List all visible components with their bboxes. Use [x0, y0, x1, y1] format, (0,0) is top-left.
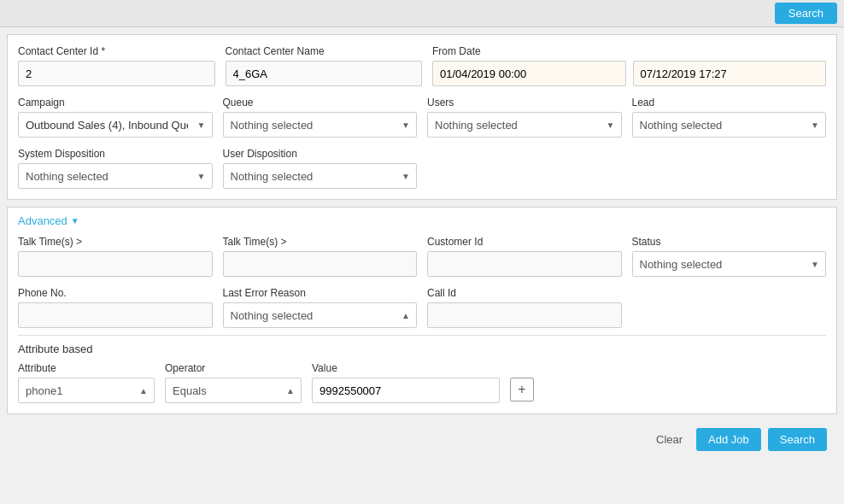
- user-disposition-select[interactable]: Nothing selected: [223, 163, 418, 189]
- from-date-input[interactable]: [432, 61, 626, 86]
- advanced-arrow-icon: ▼: [71, 216, 79, 226]
- talk-time-gt-input[interactable]: [18, 251, 213, 277]
- user-disposition-group: User Disposition Nothing selected: [223, 148, 418, 189]
- add-job-button[interactable]: Add Job: [696, 428, 761, 451]
- attribute-select-wrapper[interactable]: phone1: [18, 378, 155, 403]
- top-search-button[interactable]: Search: [775, 3, 837, 24]
- attribute-based-section: Attribute based Attribute phone1 Operato…: [18, 335, 826, 403]
- users-label: Users: [427, 97, 622, 108]
- to-date-input[interactable]: [633, 61, 827, 86]
- status-label: Status: [632, 236, 827, 248]
- call-id-group: Call Id: [427, 287, 622, 328]
- talk-time-gt-group: Talk Time(s) >: [18, 236, 213, 277]
- attribute-row: Attribute phone1 Operator Equals Value: [18, 362, 826, 403]
- users-select-wrapper[interactable]: Nothing selected: [427, 112, 622, 138]
- customer-id-input[interactable]: [427, 251, 622, 277]
- campaign-label: Campaign: [18, 97, 213, 108]
- last-error-reason-label: Last Error Reason: [223, 287, 418, 299]
- operator-select[interactable]: Equals: [165, 378, 302, 403]
- contact-center-name-group: Contact Center Name: [226, 45, 423, 86]
- status-select[interactable]: Nothing selected: [632, 251, 827, 277]
- value-group: Value: [312, 362, 500, 403]
- operator-group: Operator Equals: [165, 362, 302, 403]
- queue-select-wrapper[interactable]: Nothing selected: [223, 112, 418, 138]
- attribute-select[interactable]: phone1: [18, 378, 155, 403]
- phone-no-label: Phone No.: [18, 287, 213, 299]
- status-group: Status Nothing selected: [632, 236, 827, 277]
- date-group: From Date: [432, 45, 826, 86]
- queue-label: Queue: [223, 97, 418, 108]
- call-id-input[interactable]: [427, 302, 622, 328]
- user-disposition-select-wrapper[interactable]: Nothing selected: [223, 163, 418, 189]
- campaign-select-wrapper[interactable]: Outbound Sales (4), Inbound Quer: [18, 112, 213, 138]
- user-disposition-label: User Disposition: [223, 148, 418, 160]
- contact-center-name-label: Contact Center Name: [226, 45, 423, 57]
- value-label: Value: [312, 362, 500, 374]
- bottom-search-button[interactable]: Search: [768, 428, 827, 451]
- talk-time-gt2-label: Talk Time(s) >: [223, 236, 418, 248]
- last-error-reason-group: Last Error Reason Nothing selected: [223, 287, 418, 328]
- filter-row-3: System Disposition Nothing selected User…: [18, 148, 826, 189]
- lead-group: Lead Nothing selected: [632, 97, 827, 138]
- advanced-toggle-button[interactable]: Advanced ▼: [18, 214, 79, 227]
- value-input[interactable]: [312, 378, 500, 403]
- queue-select[interactable]: Nothing selected: [223, 112, 418, 138]
- advanced-row-1: Talk Time(s) > Talk Time(s) > Customer I…: [18, 236, 826, 277]
- filter-section: Contact Center Id * Contact Center Name …: [7, 34, 837, 200]
- phone-no-group: Phone No.: [18, 287, 213, 328]
- advanced-section: Advanced ▼ Talk Time(s) > Talk Time(s) >…: [7, 207, 837, 414]
- from-date-label: From Date: [432, 45, 826, 57]
- last-error-reason-select[interactable]: Nothing selected: [223, 302, 418, 328]
- advanced-label: Advanced: [18, 214, 67, 227]
- contact-center-name-input[interactable]: [226, 61, 423, 86]
- filter-row-2: Campaign Outbound Sales (4), Inbound Que…: [18, 97, 826, 138]
- bottom-bar: Clear Add Job Search: [7, 421, 837, 458]
- users-select[interactable]: Nothing selected: [427, 112, 622, 138]
- lead-label: Lead: [632, 97, 827, 108]
- attribute-group: Attribute phone1: [18, 362, 155, 403]
- top-bar: Search: [0, 0, 844, 27]
- status-select-wrapper[interactable]: Nothing selected: [632, 251, 827, 277]
- phone-no-input[interactable]: [18, 302, 213, 328]
- contact-center-id-group: Contact Center Id *: [18, 45, 215, 86]
- clear-button[interactable]: Clear: [649, 429, 689, 450]
- talk-time-gt2-group: Talk Time(s) >: [223, 236, 418, 277]
- lead-select[interactable]: Nothing selected: [632, 112, 827, 138]
- talk-time-gt-label: Talk Time(s) >: [18, 236, 213, 248]
- operator-select-wrapper[interactable]: Equals: [165, 378, 302, 403]
- customer-id-label: Customer Id: [427, 236, 622, 248]
- contact-center-id-label: Contact Center Id *: [18, 45, 215, 57]
- add-attribute-button[interactable]: +: [510, 378, 534, 401]
- attribute-based-title: Attribute based: [18, 343, 826, 355]
- talk-time-gt2-input[interactable]: [223, 251, 418, 277]
- operator-label: Operator: [165, 362, 302, 374]
- system-disposition-label: System Disposition: [18, 148, 213, 160]
- filter-row-1: Contact Center Id * Contact Center Name …: [18, 45, 826, 86]
- advanced-row-2: Phone No. Last Error Reason Nothing sele…: [18, 287, 826, 328]
- last-error-reason-select-wrapper[interactable]: Nothing selected: [223, 302, 418, 328]
- customer-id-group: Customer Id: [427, 236, 622, 277]
- attribute-label: Attribute: [18, 362, 155, 374]
- system-disposition-select-wrapper[interactable]: Nothing selected: [18, 163, 213, 189]
- users-group: Users Nothing selected: [427, 97, 622, 138]
- lead-select-wrapper[interactable]: Nothing selected: [632, 112, 827, 138]
- campaign-group: Campaign Outbound Sales (4), Inbound Que…: [18, 97, 213, 138]
- contact-center-id-input[interactable]: [18, 61, 215, 86]
- call-id-label: Call Id: [427, 287, 622, 299]
- system-disposition-group: System Disposition Nothing selected: [18, 148, 213, 189]
- system-disposition-select[interactable]: Nothing selected: [18, 163, 213, 189]
- queue-group: Queue Nothing selected: [223, 97, 418, 138]
- campaign-select[interactable]: Outbound Sales (4), Inbound Quer: [18, 112, 213, 138]
